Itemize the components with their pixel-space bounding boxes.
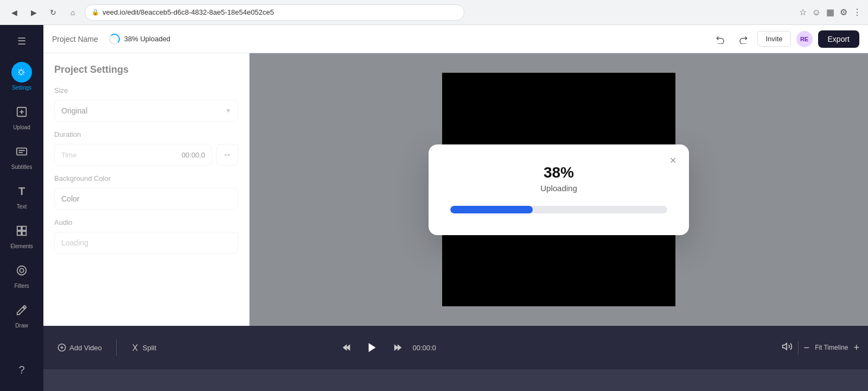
- sidebar-item-subtitles[interactable]: Subtitles: [0, 137, 43, 174]
- invite-button[interactable]: Invite: [757, 31, 790, 47]
- subtitles-icon: [11, 141, 32, 162]
- text-icon: T: [11, 181, 32, 201]
- fast-forward-button[interactable]: [388, 339, 406, 356]
- extensions-icon[interactable]: ▦: [826, 7, 834, 17]
- settings-panel: Project Settings Size Original 16:9 9:16…: [43, 53, 250, 326]
- project-name: Project Name: [52, 35, 98, 43]
- upload-modal: ✕ 38% Uploading: [429, 144, 689, 235]
- back-button[interactable]: ◀: [7, 5, 22, 20]
- sidebar-item-elements[interactable]: Elements: [0, 216, 43, 254]
- sidebar-item-filters[interactable]: Filters: [0, 256, 43, 293]
- browser-icons: ☆ ☺ ▦ ⚙ ⋮: [799, 7, 861, 17]
- timeline-controls: 00:00:0: [339, 338, 436, 357]
- timeline: Add Video Split: [43, 326, 868, 369]
- browser-chrome: ◀ ▶ ↻ ⌂ 🔒 veed.io/edit/8eacceb5-d6c8-483…: [0, 0, 868, 25]
- url-text: veed.io/edit/8eacceb5-d6c8-4832-8ae5-18e…: [103, 8, 274, 16]
- zoom-plus-button[interactable]: +: [853, 342, 859, 354]
- svg-rect-8: [17, 231, 21, 235]
- sidebar-item-upload[interactable]: Upload: [0, 97, 43, 135]
- sidebar-item-help[interactable]: ?: [0, 355, 43, 384]
- svg-point-11: [20, 268, 23, 272]
- settings-icon: ⛭: [11, 62, 32, 83]
- panel-overlay: [43, 53, 249, 326]
- modal-status: Uploading: [450, 184, 667, 193]
- export-button[interactable]: Export: [818, 30, 859, 48]
- main-content: Project Name 38% Uploaded: [43, 25, 868, 391]
- redo-button[interactable]: [735, 30, 752, 48]
- timeline-track: [43, 369, 868, 391]
- upload-percentage: 38% Uploaded: [124, 35, 170, 43]
- modal-percentage: 38%: [450, 164, 667, 181]
- work-area: Project Settings Size Original 16:9 9:16…: [43, 53, 868, 326]
- play-button[interactable]: [362, 338, 382, 357]
- bookmark-icon[interactable]: ☆: [799, 7, 807, 17]
- hamburger-button[interactable]: ☰: [12, 31, 31, 51]
- sidebar-label-draw: Draw: [15, 323, 28, 329]
- sidebar-label-elements: Elements: [10, 243, 33, 249]
- add-video-button[interactable]: Add Video: [52, 340, 107, 355]
- timeline-divider: [116, 339, 117, 356]
- address-bar[interactable]: 🔒 veed.io/edit/8eacceb5-d6c8-4832-8ae5-1…: [85, 4, 464, 21]
- sidebar-label-text: Text: [17, 204, 27, 210]
- svg-marker-19: [398, 344, 402, 351]
- sidebar-label-filters: Filters: [14, 283, 29, 289]
- sidebar-item-settings[interactable]: ⛭ Settings: [0, 58, 43, 95]
- help-icon: ?: [11, 360, 32, 380]
- sidebar-label-upload: Upload: [13, 124, 30, 130]
- svg-marker-20: [782, 343, 787, 350]
- progress-bar-fill: [450, 206, 533, 213]
- time-display: 00:00:0: [412, 344, 436, 352]
- forward-button[interactable]: ▶: [26, 5, 41, 20]
- lock-icon: 🔒: [92, 9, 99, 16]
- reload-button[interactable]: ↻: [46, 5, 61, 20]
- top-bar-actions: Invite RE Export: [712, 30, 859, 48]
- avatar: RE: [796, 31, 813, 47]
- volume-button[interactable]: [782, 341, 793, 354]
- modal-close-button[interactable]: ✕: [665, 153, 680, 168]
- fit-timeline-button[interactable]: Fit Timeline: [815, 344, 848, 351]
- svg-marker-17: [369, 343, 376, 352]
- svg-marker-16: [343, 344, 347, 351]
- profile-icon[interactable]: ☺: [812, 8, 821, 17]
- zoom-minus-button[interactable]: −: [804, 342, 810, 354]
- modal-overlay: ✕ 38% Uploading: [250, 53, 868, 326]
- timeline-right: − Fit Timeline +: [782, 341, 859, 354]
- split-button[interactable]: Split: [125, 340, 162, 355]
- draw-icon: [11, 300, 32, 320]
- svg-rect-9: [22, 231, 26, 235]
- close-icon: ✕: [669, 155, 676, 166]
- upload-status: 38% Uploaded: [109, 34, 170, 45]
- sidebar-item-text[interactable]: T Text: [0, 176, 43, 214]
- svg-rect-3: [17, 148, 27, 155]
- menu-icon[interactable]: ⋮: [853, 7, 861, 17]
- sidebar: ☰ ⛭ Settings Upload: [0, 25, 43, 391]
- undo-button[interactable]: [712, 30, 729, 48]
- add-video-label: Add Video: [69, 344, 102, 352]
- preview-area: ✕ 38% Uploading: [250, 53, 868, 326]
- app-container: ☰ ⛭ Settings Upload: [0, 25, 868, 391]
- home-button[interactable]: ⌂: [65, 5, 80, 20]
- filters-icon: [11, 260, 32, 281]
- split-label: Split: [143, 344, 156, 352]
- svg-rect-6: [17, 226, 21, 230]
- timeline-divider-2: [798, 341, 799, 354]
- svg-point-10: [17, 266, 27, 275]
- elements-icon: [11, 220, 32, 241]
- sidebar-label-subtitles: Subtitles: [11, 164, 32, 170]
- top-bar: Project Name 38% Uploaded: [43, 25, 868, 53]
- upload-icon: [11, 102, 32, 122]
- progress-bar-container: [450, 206, 667, 213]
- upload-spinner: [109, 34, 120, 45]
- sidebar-item-draw[interactable]: Draw: [0, 295, 43, 333]
- svg-rect-7: [22, 226, 26, 230]
- rewind-button[interactable]: [339, 339, 356, 356]
- sidebar-label-settings: Settings: [12, 85, 31, 91]
- settings-icon[interactable]: ⚙: [840, 7, 847, 17]
